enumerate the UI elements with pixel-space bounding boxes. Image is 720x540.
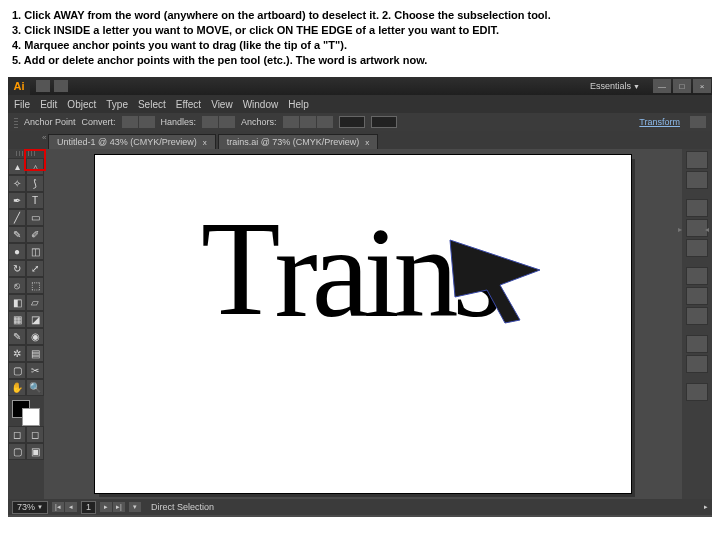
drawing-mode-normal[interactable]: ◻ xyxy=(8,426,26,443)
color-panel-icon[interactable] xyxy=(686,151,708,169)
blob-brush-tool[interactable]: ● xyxy=(8,243,26,260)
highlight-circle xyxy=(24,149,46,171)
pen-tool[interactable]: ✒ xyxy=(8,192,26,209)
stroke-panel-icon[interactable] xyxy=(686,267,708,285)
zoom-field[interactable]: 73% ▼ xyxy=(12,501,48,514)
prev-artboard-button[interactable]: ◂ xyxy=(65,502,77,512)
graph-tool[interactable]: ▤ xyxy=(26,345,44,362)
artboard-number[interactable]: 1 xyxy=(81,501,96,514)
tabs-double-chevron-icon[interactable]: « xyxy=(42,133,46,142)
chevron-down-icon: ▼ xyxy=(633,83,640,90)
document-tab-1[interactable]: Untitled-1 @ 43% (CMYK/Preview)x xyxy=(48,134,216,149)
stroke-swatch[interactable] xyxy=(22,408,40,426)
show-handles-button[interactable] xyxy=(202,116,218,128)
menu-select[interactable]: Select xyxy=(138,99,166,110)
close-tab-icon[interactable]: x xyxy=(203,138,207,147)
first-artboard-button[interactable]: |◂ xyxy=(52,502,64,512)
symbol-sprayer-tool[interactable]: ✲ xyxy=(8,345,26,362)
type-tool[interactable]: T xyxy=(26,192,44,209)
shape-builder-tool[interactable]: ◧ xyxy=(8,294,26,311)
eraser-tool[interactable]: ◫ xyxy=(26,243,44,260)
arrange-docs-icon[interactable] xyxy=(54,80,68,92)
rectangle-tool[interactable]: ▭ xyxy=(26,209,44,226)
y-field[interactable] xyxy=(371,116,397,128)
status-menu-icon[interactable]: ▸ xyxy=(704,503,708,511)
color-guide-panel-icon[interactable] xyxy=(686,171,708,189)
cursor-illustration xyxy=(445,235,565,325)
mesh-tool[interactable]: ▦ xyxy=(8,311,26,328)
close-tab-icon[interactable]: x xyxy=(365,138,369,147)
scale-tool[interactable]: ⤢ xyxy=(26,260,44,277)
magic-wand-tool[interactable]: ✧ xyxy=(8,175,26,192)
close-button[interactable]: × xyxy=(693,79,711,93)
step-1-2: 1. Click AWAY from the word (anywhere on… xyxy=(12,8,708,23)
artboard-tool[interactable]: ▢ xyxy=(8,362,26,379)
blend-tool[interactable]: ◉ xyxy=(26,328,44,345)
width-tool[interactable]: ⎋ xyxy=(8,277,26,294)
next-artboard-button[interactable]: ▸ xyxy=(100,502,112,512)
minimize-button[interactable]: — xyxy=(653,79,671,93)
maximize-button[interactable]: □ xyxy=(673,79,691,93)
menu-effect[interactable]: Effect xyxy=(176,99,201,110)
smooth-point-button[interactable] xyxy=(139,116,155,128)
change-screen-mode[interactable]: ▣ xyxy=(26,443,44,460)
document-tab-1-label: Untitled-1 @ 43% (CMYK/Preview) xyxy=(57,137,197,147)
menu-window[interactable]: Window xyxy=(243,99,279,110)
canvas[interactable]: Trains xyxy=(44,149,682,499)
expand-panels-left-icon[interactable]: ▸ xyxy=(678,225,682,234)
title-tab-shortcuts xyxy=(30,80,74,92)
menu-file[interactable]: File xyxy=(14,99,30,110)
app-logo: Ai xyxy=(8,77,30,95)
chevron-down-icon: ▼ xyxy=(37,504,43,510)
step-5: 5. Add or delete anchor points with the … xyxy=(12,53,708,68)
document-tabs: « Untitled-1 @ 43% (CMYK/Preview)x train… xyxy=(8,131,712,149)
last-artboard-button[interactable]: ▸| xyxy=(113,502,125,512)
zoom-tool[interactable]: 🔍 xyxy=(26,379,44,396)
lasso-tool[interactable]: ⟆ xyxy=(26,175,44,192)
slice-tool[interactable]: ✂ xyxy=(26,362,44,379)
grip-icon[interactable] xyxy=(14,116,18,128)
expand-panels-right-icon[interactable]: ◂ xyxy=(705,225,709,234)
paintbrush-tool[interactable]: ✎ xyxy=(8,226,26,243)
artboard[interactable]: Trains xyxy=(95,155,631,493)
bridge-icon[interactable] xyxy=(36,80,50,92)
color-swatches[interactable] xyxy=(12,400,40,426)
hand-tool[interactable]: ✋ xyxy=(8,379,26,396)
panel-menu-icon[interactable] xyxy=(690,116,706,128)
cut-path-button[interactable] xyxy=(317,116,333,128)
connect-anchor-button[interactable] xyxy=(300,116,316,128)
pencil-tool[interactable]: ✐ xyxy=(26,226,44,243)
perspective-tool[interactable]: ▱ xyxy=(26,294,44,311)
screen-mode[interactable]: ▢ xyxy=(8,443,26,460)
workspace-switcher[interactable]: Essentials ▼ xyxy=(586,81,652,91)
menu-help[interactable]: Help xyxy=(288,99,309,110)
transform-link[interactable]: Transform xyxy=(639,117,680,127)
menu-type[interactable]: Type xyxy=(106,99,128,110)
eyedropper-tool[interactable]: ✎ xyxy=(8,328,26,345)
corner-point-button[interactable] xyxy=(122,116,138,128)
document-tab-2-label: trains.ai @ 73% (CMYK/Preview) xyxy=(227,137,360,147)
x-field[interactable] xyxy=(339,116,365,128)
step-4: 4. Marquee anchor points you want to dra… xyxy=(12,38,708,53)
rotate-tool[interactable]: ↻ xyxy=(8,260,26,277)
menu-view[interactable]: View xyxy=(211,99,233,110)
drawing-mode-behind[interactable]: ◻ xyxy=(26,426,44,443)
hide-handles-button[interactable] xyxy=(219,116,235,128)
swatches-panel-icon[interactable] xyxy=(686,199,708,217)
remove-anchor-button[interactable] xyxy=(283,116,299,128)
transparency-panel-icon[interactable] xyxy=(686,307,708,325)
artboard-nav: |◂ ◂ xyxy=(52,502,77,512)
gradient-tool[interactable]: ◪ xyxy=(26,311,44,328)
document-tab-2[interactable]: trains.ai @ 73% (CMYK/Preview)x xyxy=(218,134,379,149)
graphic-styles-panel-icon[interactable] xyxy=(686,355,708,373)
artboard-dropdown-button[interactable]: ▾ xyxy=(129,502,141,512)
free-transform-tool[interactable]: ⬚ xyxy=(26,277,44,294)
gradient-panel-icon[interactable] xyxy=(686,287,708,305)
symbols-panel-icon[interactable] xyxy=(686,239,708,257)
anchors-label: Anchors: xyxy=(241,117,277,127)
line-tool[interactable]: ╱ xyxy=(8,209,26,226)
menu-object[interactable]: Object xyxy=(67,99,96,110)
appearance-panel-icon[interactable] xyxy=(686,335,708,353)
layers-panel-icon[interactable] xyxy=(686,383,708,401)
menu-edit[interactable]: Edit xyxy=(40,99,57,110)
